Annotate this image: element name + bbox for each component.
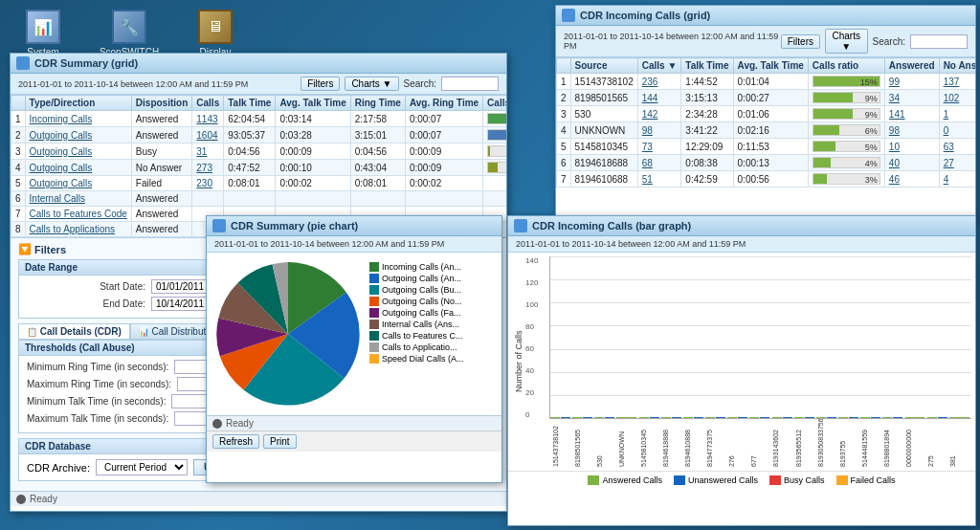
table-row: 2 8198501565 144 3:15:13 0:00:27 9% 34 1… — [557, 90, 976, 106]
bar-legend-item: Answered Calls — [588, 475, 662, 485]
inc-row-talk: 2:34:28 — [681, 106, 733, 122]
cdr-archive-select[interactable]: Current Period — [96, 459, 188, 475]
inc-row-ratio: 3% — [808, 171, 884, 188]
cdr-incoming-table-container: Source Calls ▼ Talk Time Avg. Talk Time … — [556, 57, 975, 188]
y-axis-ticks: 0 20 40 60 80 100 120 140 — [525, 256, 549, 419]
x-label: 15143738102 — [552, 419, 574, 467]
bar-unanswered — [583, 417, 592, 418]
calls-link[interactable]: 1604 — [196, 130, 217, 141]
col-talk-time: Talk Time — [224, 96, 276, 111]
row-talk-time: 0:08:01 — [224, 176, 276, 191]
pie-window-icon — [212, 219, 226, 232]
inc-row-answered: 34 — [884, 90, 939, 106]
incoming-charts-button[interactable]: Charts ▼ — [825, 29, 868, 54]
bar-unanswered — [672, 417, 681, 418]
inc-row-noanswer: 27 — [939, 155, 975, 171]
pie-statusbar: Ready — [207, 415, 501, 431]
cdr-pie-window: CDR Summary (pie chart) 2011-01-01 to 20… — [206, 215, 502, 483]
inc-col-calls: Calls ▼ — [637, 58, 681, 74]
bar-answered — [727, 417, 737, 418]
x-label: 8194618888 — [662, 419, 684, 467]
row-avg-ring — [405, 191, 482, 207]
inc-col-talk: Talk Time — [681, 58, 733, 74]
calls-link[interactable]: 31 — [196, 146, 207, 157]
row-num: 2 — [11, 127, 26, 144]
inc-col-num — [557, 58, 571, 74]
table-row: 7 8194610688 51 0:42:59 0:00:56 3% 46 4 — [557, 171, 976, 188]
bar-answered — [661, 417, 671, 418]
bar-canvas — [549, 256, 971, 419]
row-disposition: Answered — [131, 111, 191, 127]
pie-legend-item: Speed Dial Calls (A... — [369, 354, 464, 364]
x-label: 381 — [949, 419, 971, 467]
inc-row-ratio: 6% — [808, 122, 884, 139]
incoming-search-input[interactable] — [910, 34, 968, 49]
bar-unanswered — [783, 417, 792, 418]
row-talk-time: 0:47:52 — [224, 160, 276, 176]
row-talk-time: 0:04:56 — [224, 144, 276, 160]
bar-group — [927, 417, 947, 418]
type-link[interactable]: Outgoing Calls — [30, 178, 93, 188]
type-link[interactable]: Outgoing Calls — [30, 163, 93, 173]
row-avg-talk: 0:00:02 — [276, 176, 350, 191]
bar-legend-item: Failed Calls — [836, 475, 896, 485]
bar-group — [616, 417, 636, 418]
inc-row-talk: 3:41:22 — [681, 122, 733, 139]
calls-link[interactable]: 1143 — [196, 114, 217, 124]
row-num: 7 — [11, 207, 26, 222]
type-link[interactable]: Outgoing Calls — [30, 130, 93, 141]
cdr-summary-titlebar: CDR Summary (grid) — [11, 54, 506, 74]
row-avg-talk: 0:00:10 — [276, 160, 350, 176]
bar-answered — [949, 417, 969, 418]
type-link[interactable]: Calls to Applications — [30, 224, 116, 234]
inc-row-num: 1 — [557, 74, 571, 90]
table-row: 6 Internal Calls Answered — [11, 191, 507, 207]
bar-group — [772, 417, 792, 418]
inc-row-calls: 144 — [637, 90, 681, 106]
type-link[interactable]: Calls to Features Code — [30, 209, 127, 219]
bar-answered — [594, 417, 604, 418]
cdr-bar-window: CDR Incoming Calls (bar graph) 2011-01-0… — [507, 215, 976, 526]
x-label: 8193143602 — [772, 419, 794, 467]
search-input[interactable] — [441, 77, 499, 91]
row-disposition: Answered — [131, 127, 191, 144]
table-row: 6 8194618688 68 0:08:38 0:00:13 4% 40 27 — [557, 155, 976, 171]
type-link[interactable]: Internal Calls — [30, 193, 85, 204]
filters-button[interactable]: Filters — [301, 77, 340, 91]
calls-link[interactable]: 230 — [196, 178, 212, 188]
bar-unanswered — [716, 417, 725, 418]
pie-legend-item: Internal Calls (Ans... — [369, 320, 464, 329]
bar-answered — [550, 417, 560, 418]
inc-row-ratio: 9% — [808, 106, 884, 122]
row-ratio: 36% — [483, 127, 506, 144]
x-label: 8194610888 — [684, 419, 706, 467]
bar-answered — [616, 417, 636, 418]
calls-link[interactable]: 273 — [196, 163, 212, 173]
charts-button[interactable]: Charts ▼ — [345, 77, 398, 91]
pie-legend-item: Outgoing Calls (An... — [369, 274, 464, 283]
type-link[interactable]: Incoming Calls — [30, 114, 93, 124]
row-ring — [350, 191, 405, 207]
bar-chart-area: 0 20 40 60 80 100 120 140 — [525, 256, 971, 467]
row-talk-time: 93:05:37 — [224, 127, 276, 144]
bar-answered — [639, 417, 649, 418]
row-ratio: 25% — [483, 111, 506, 127]
inc-row-talk: 12:29:09 — [681, 139, 733, 155]
row-calls: 1143 — [192, 111, 224, 127]
row-calls — [192, 191, 224, 207]
pie-print-button[interactable]: Print — [263, 434, 297, 449]
inc-row-source: 15143738102 — [570, 74, 637, 90]
pie-refresh-button[interactable]: Refresh — [212, 434, 259, 449]
tab-call-details[interactable]: 📋 Call Details (CDR) — [18, 323, 130, 339]
incoming-filters-button[interactable]: Filters — [781, 34, 820, 49]
inc-row-noanswer: 102 — [939, 90, 975, 106]
row-avg-talk: 0:00:09 — [276, 144, 350, 160]
x-label: 5144481559 — [861, 419, 883, 467]
row-ratio — [483, 176, 506, 191]
type-link[interactable]: Outgoing Calls — [30, 146, 93, 157]
bar-answered — [927, 417, 937, 418]
inc-row-answered: 10 — [884, 139, 939, 155]
row-type: Outgoing Calls — [25, 127, 131, 144]
pie-action-bar: Refresh Print — [207, 431, 501, 452]
x-label: 677 — [750, 419, 772, 467]
